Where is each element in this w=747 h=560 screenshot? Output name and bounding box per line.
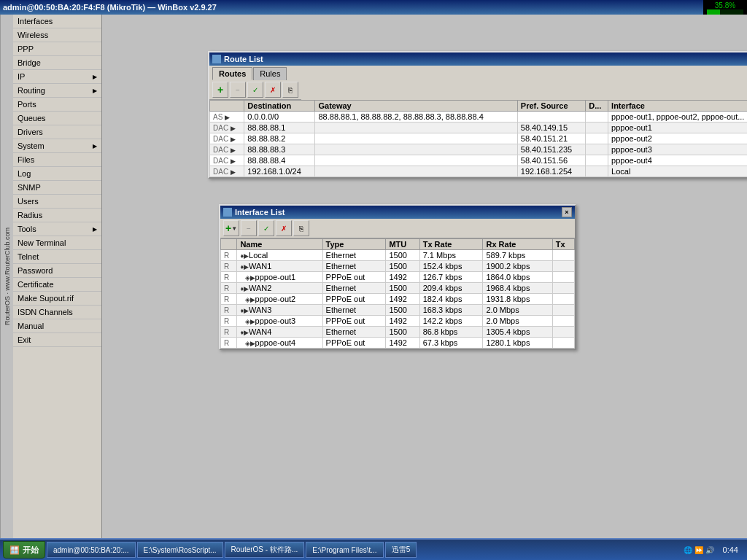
sidebar-item-drivers[interactable]: Drivers xyxy=(13,125,101,139)
sidebar-items: InterfacesWirelessPPPBridgeIP▶Routing▶Po… xyxy=(13,15,101,347)
route-list-title: Route List xyxy=(224,55,263,63)
route-list-icon xyxy=(212,55,221,63)
remove-route-button[interactable]: − xyxy=(230,82,246,98)
table-row[interactable]: R ♦▶WAN1 Ethernet 1500 152.4 kbps 1900.2… xyxy=(221,261,575,272)
sidebar-item-certificate[interactable]: Certificate xyxy=(13,278,101,292)
table-row[interactable]: DAC ▶ 88.88.88.3 58.40.151.235 pppoe-out… xyxy=(210,144,748,155)
table-row[interactable]: R ♦▶WAN3 Ethernet 1500 168.3 kbps 2.0 Mb… xyxy=(221,305,575,316)
icol-txrate[interactable]: Tx Rate xyxy=(419,239,483,250)
iface-list-title: Interface List xyxy=(235,208,285,217)
enable-iface-button[interactable]: ✓ xyxy=(258,220,274,236)
main-layout: RouterOS · www.RouterClub.com Interfaces… xyxy=(0,15,747,538)
table-row[interactable]: DAC ▶ 88.88.88.1 58.40.149.15 pppoe-out1 xyxy=(210,122,748,133)
disable-iface-button[interactable]: ✗ xyxy=(276,220,292,236)
table-row[interactable]: R ◈▶pppoe-out4 PPPoE out 1492 67.3 kbps … xyxy=(221,338,575,349)
taskbar-app-button[interactable]: RouterOS - 软件路... xyxy=(225,542,305,558)
route-list-window: Route List × Routes Rules + − ✓ ✗ ⎘ all xyxy=(208,51,747,179)
table-row[interactable]: DAC ▶ 88.88.88.4 58.40.151.56 pppoe-out4 xyxy=(210,155,748,166)
taskbar-app-button[interactable]: 迅雷5 xyxy=(385,542,417,558)
copy-iface-button[interactable]: ⎘ xyxy=(293,220,309,236)
sidebar-item-routing[interactable]: Routing▶ xyxy=(13,84,101,98)
route-list-toolbar: + − ✓ ✗ ⎘ xyxy=(209,80,301,100)
content-area: Route List × Routes Rules + − ✓ ✗ ⎘ all xyxy=(102,15,747,538)
route-table: Destination Gateway Pref. Source D... In… xyxy=(209,100,747,177)
enable-route-button[interactable]: ✓ xyxy=(247,82,263,98)
title-bar-text: admin@00:50:BA:20:F4:F8 (MikroTik) — Win… xyxy=(3,3,217,12)
sidebar-item-snmp[interactable]: SNMP xyxy=(13,181,101,195)
icol-tx[interactable]: Tx xyxy=(552,239,574,250)
taskbar-buttons: admin@00:50:BA:20:...E:\System\RosScript… xyxy=(47,542,417,558)
col-flags xyxy=(210,101,244,112)
icol-type[interactable]: Type xyxy=(322,239,386,250)
iface-list-toolbar: +▼ − ✓ ✗ ⎘ xyxy=(220,219,575,238)
disable-route-button[interactable]: ✗ xyxy=(265,82,281,98)
iface-table-container: Name Type MTU Tx Rate Rx Rate Tx R ♦▶Loc… xyxy=(220,238,575,349)
taskbar-app-button[interactable]: admin@00:50:BA:20:... xyxy=(47,542,136,558)
iface-list-icon xyxy=(223,208,232,217)
col-interface[interactable]: Interface xyxy=(608,101,747,112)
sidebar-item-users[interactable]: Users xyxy=(13,195,101,209)
sidebar-item-telnet[interactable]: Telnet xyxy=(13,250,101,264)
col-d[interactable]: D... xyxy=(586,101,608,112)
sidebar-item-new-terminal[interactable]: New Terminal xyxy=(13,236,101,250)
sidebar-item-exit[interactable]: Exit xyxy=(13,333,101,347)
start-icon: 🪟 xyxy=(9,545,20,555)
icol-mtu[interactable]: MTU xyxy=(386,239,419,250)
tab-rules[interactable]: Rules xyxy=(253,67,287,80)
start-button[interactable]: 🪟 开始 xyxy=(3,541,45,559)
title-bar: admin@00:50:BA:20:F4:F8 (MikroTik) — Win… xyxy=(0,0,747,15)
sidebar-item-wireless[interactable]: Wireless xyxy=(13,28,101,42)
icol-name[interactable]: Name xyxy=(237,239,322,250)
sidebar-item-bridge[interactable]: Bridge xyxy=(13,56,101,70)
remove-iface-button[interactable]: − xyxy=(241,220,257,236)
table-row[interactable]: R ◈▶pppoe-out2 PPPoE out 1492 182.4 kbps… xyxy=(221,294,575,305)
taskbar-app-button[interactable]: E:\Program Files\t... xyxy=(306,542,383,558)
tray-icon-1: ⏩ xyxy=(694,546,703,554)
col-destination[interactable]: Destination xyxy=(244,101,315,112)
taskbar: 🪟 开始 admin@00:50:BA:20:...E:\System\RosS… xyxy=(0,538,747,560)
table-row[interactable]: R ◈▶pppoe-out3 PPPoE out 1492 142.2 kbps… xyxy=(221,316,575,327)
add-route-button[interactable]: + xyxy=(212,82,228,98)
sidebar-item-isdn-channels[interactable]: ISDN Channels xyxy=(13,306,101,319)
col-pref-source[interactable]: Pref. Source xyxy=(517,101,586,112)
table-row[interactable]: AS ▶ 0.0.0.0/0 88.88.88.1, 88.88.88.2, 8… xyxy=(210,112,748,122)
interface-list-window: Interface List × +▼ − ✓ ✗ ⎘ Name xyxy=(219,204,576,350)
table-row[interactable]: R ♦▶WAN4 Ethernet 1500 86.8 kbps 1305.4 … xyxy=(221,327,575,338)
taskbar-time: 0:44 xyxy=(717,545,744,554)
copy-route-button[interactable]: ⎘ xyxy=(282,82,298,98)
icol-flag xyxy=(221,239,237,250)
sidebar-item-system[interactable]: System▶ xyxy=(13,139,101,153)
taskbar-app-button[interactable]: E:\System\RosScript... xyxy=(137,542,223,558)
col-gateway[interactable]: Gateway xyxy=(315,101,517,112)
sidebar-item-make-supout.rif[interactable]: Make Supout.rif xyxy=(13,292,101,306)
icol-rxrate[interactable]: Rx Rate xyxy=(483,239,552,250)
sidebar-item-log[interactable]: Log xyxy=(13,167,101,181)
route-list-tabs: Routes Rules xyxy=(209,66,747,80)
table-row[interactable]: DAC ▶ 88.88.88.2 58.40.151.21 pppoe-out2 xyxy=(210,133,748,144)
route-table-container: Destination Gateway Pref. Source D... In… xyxy=(209,100,747,177)
sidebar-item-ip[interactable]: IP▶ xyxy=(13,70,101,84)
sidebar-brand: RouterOS · www.RouterClub.com xyxy=(0,15,13,538)
sidebar-item-ports[interactable]: Ports xyxy=(13,98,101,112)
table-row[interactable]: R ◈▶pppoe-out1 PPPoE out 1492 126.7 kbps… xyxy=(221,272,575,283)
table-row[interactable]: DAC ▶ 192.168.1.0/24 192.168.1.254 Local xyxy=(210,166,748,177)
sidebar-item-radius[interactable]: Radius xyxy=(13,209,101,222)
sidebar-item-tools[interactable]: Tools▶ xyxy=(13,222,101,236)
sidebar-item-manual[interactable]: Manual xyxy=(13,319,101,333)
tray-icon-0: 🌐 xyxy=(684,546,692,554)
cpu-label: 35.8% xyxy=(715,1,735,9)
sidebar-item-interfaces[interactable]: Interfaces xyxy=(13,15,101,28)
start-label: 开始 xyxy=(23,545,39,556)
sidebar-item-queues[interactable]: Queues xyxy=(13,112,101,125)
sidebar-item-password[interactable]: Password xyxy=(13,264,101,278)
iface-table: Name Type MTU Tx Rate Rx Rate Tx R ♦▶Loc… xyxy=(220,238,575,349)
table-row[interactable]: R ♦▶Local Ethernet 1500 7.1 Mbps 589.7 k… xyxy=(221,250,575,261)
iface-list-close[interactable]: × xyxy=(562,207,572,217)
taskbar-right: 🌐 ⏩ 🔊 0:44 xyxy=(684,545,744,554)
sidebar-item-ppp[interactable]: PPP xyxy=(13,42,101,56)
sidebar-item-files[interactable]: Files xyxy=(13,153,101,167)
tab-routes[interactable]: Routes xyxy=(212,67,252,80)
add-iface-button[interactable]: +▼ xyxy=(223,220,239,236)
table-row[interactable]: R ♦▶WAN2 Ethernet 1500 209.4 kbps 1968.4… xyxy=(221,283,575,294)
iface-list-titlebar: Interface List × xyxy=(220,206,575,219)
